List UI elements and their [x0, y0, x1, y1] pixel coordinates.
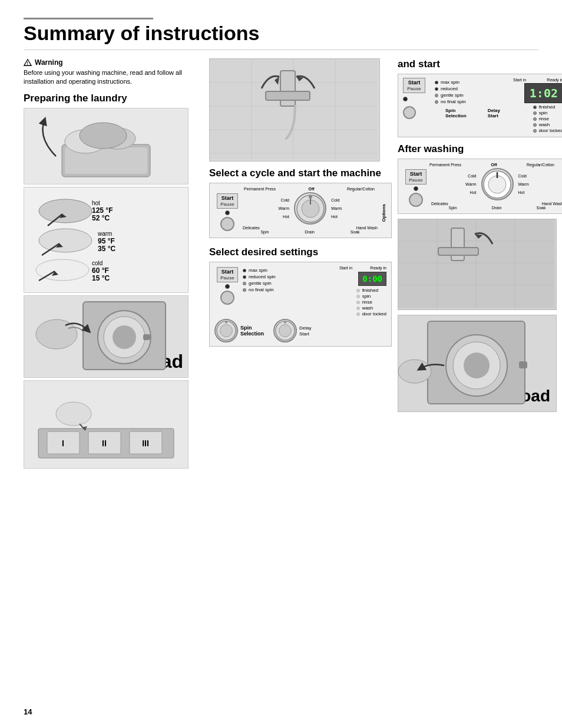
aw-panel-left: Start Pause — [403, 168, 429, 210]
as-display-area: Start in Ready in 1:02 finished spin rin… — [513, 78, 562, 133]
select-cycle-section: Select a cycle and start the machine Per… — [209, 167, 392, 238]
after-washing-title: After washing — [398, 143, 562, 155]
svg-point-7 — [39, 199, 92, 223]
svg-point-35 — [56, 402, 91, 426]
svg-point-12 — [39, 229, 92, 252]
aw-panel-right: ColdWarmHot Co — [431, 168, 562, 210]
spin-indicator-list: max spin reduced spin gentle spin — [243, 268, 337, 292]
svg-text:III: III — [142, 439, 149, 448]
spin-indicators: max spin reduced spin gentle spin — [243, 266, 337, 317]
start-pause-btn[interactable]: Start Pause — [217, 193, 238, 209]
aw-circle-btn[interactable] — [409, 193, 423, 207]
mid-column: turn on Select a cycle and start the mac… — [209, 58, 392, 469]
and-start-panel: Start Pause max spin reduced — [398, 74, 562, 137]
spin-panel-left: Start Pause — [214, 266, 240, 317]
aw-main-dial[interactable] — [481, 168, 514, 200]
panel-top-labels: Permanent Press Off Regular/Cotton — [214, 187, 386, 191]
page-title: Summary of instructions — [24, 22, 538, 50]
delay-start-label: Delay Start — [299, 325, 311, 337]
as-indicators: max spin reduced gentle spin no final sp… — [435, 78, 511, 133]
svg-rect-77 — [438, 248, 478, 255]
spin-item-no-final: no final spin — [243, 287, 337, 292]
delay-start-area: Delay Start — [273, 319, 311, 342]
left-column: ! Warning Before using your washing mach… — [24, 58, 203, 469]
preparing-title: Preparing the laundry — [24, 93, 203, 104]
spin-item-max: max spin — [243, 268, 337, 273]
spin-item-reduced: reduced spin — [243, 274, 337, 279]
load-image: load — [24, 295, 189, 378]
spin-label: Spin Selection — [240, 325, 264, 337]
spin-ready-list: finished spin rinse wash door locked — [356, 288, 386, 317]
svg-text:I: I — [62, 439, 64, 448]
spin-panel: Start Pause max spin — [209, 262, 392, 347]
main-layout: ! Warning Before using your washing mach… — [24, 58, 538, 469]
delay-dial[interactable] — [273, 319, 297, 342]
spin-display: 0:00 — [358, 272, 386, 286]
page-number: 14 — [24, 707, 32, 716]
select-settings-section: Select desired settings Start Pause — [209, 246, 392, 347]
small-circle-btn[interactable] — [220, 217, 234, 231]
cycle-panel: Permanent Press Off Regular/Cotton Start… — [209, 183, 392, 238]
svg-rect-83 — [519, 361, 527, 368]
as-left: Start Pause — [403, 78, 432, 133]
svg-text:60 °F: 60 °F — [92, 266, 109, 275]
spin-start-btn[interactable]: Start Pause — [217, 267, 238, 282]
svg-text:52 °C: 52 °C — [92, 214, 110, 222]
warning-box: ! Warning Before using your washing mach… — [24, 58, 203, 87]
spin-dial[interactable] — [214, 319, 238, 342]
close-image: close — [398, 219, 557, 310]
svg-point-65 — [284, 321, 286, 324]
options-label: Options — [381, 204, 386, 222]
aw-dot — [414, 186, 418, 191]
svg-text:hot: hot — [92, 200, 100, 206]
spin-item-gentle: gentle spin — [243, 281, 337, 286]
warning-title: ! Warning — [24, 58, 203, 67]
right-column: and start Start Pause — [398, 58, 562, 469]
svg-point-62 — [225, 321, 227, 324]
svg-rect-69 — [398, 219, 554, 308]
select-settings-title: Select desired settings — [209, 246, 392, 258]
temperature-guide: hot 125 °F 52 °C warm 95 °F 35 °C — [24, 187, 189, 293]
svg-text:15 °C: 15 °C — [92, 274, 110, 282]
svg-point-25 — [113, 325, 136, 349]
as-circle-btn[interactable] — [403, 106, 416, 119]
svg-point-6 — [80, 123, 127, 149]
warning-text: Before using your washing machine, read … — [24, 68, 203, 87]
panel-row: Start Pause ColdWarmHot — [214, 192, 386, 234]
as-dot — [403, 97, 408, 101]
as-display: 1:02 — [524, 83, 562, 103]
panel-right: ColdWarmHot — [243, 192, 378, 234]
top-rule — [24, 18, 153, 19]
svg-text:95 °F: 95 °F — [98, 237, 115, 245]
spin-circle-btn[interactable] — [220, 291, 234, 305]
warning-icon: ! — [24, 58, 32, 67]
as-start-btn[interactable]: Start Pause — [403, 78, 425, 93]
aw-start-btn[interactable]: Start Pause — [405, 169, 427, 185]
and-start-inner: Start Pause max spin reduced — [403, 78, 562, 133]
svg-rect-26 — [143, 334, 150, 340]
and-start-title: and start — [398, 58, 562, 70]
warning-label: Warning — [35, 58, 63, 67]
spin-display-area: Start in Ready in 0:00 finished spin rin… — [339, 266, 386, 317]
unload-image: unload — [398, 315, 557, 412]
svg-text:!: ! — [27, 61, 28, 65]
panel-left: Start Pause — [214, 192, 240, 234]
spin-bottom: Spin Selection — [214, 319, 386, 342]
svg-point-64 — [279, 325, 292, 337]
spin-dial-area: Spin Selection — [214, 319, 264, 342]
spin-panel-row: Start Pause max spin — [214, 266, 386, 317]
svg-point-67 — [488, 176, 506, 193]
turn-on-image: turn on — [209, 58, 380, 162]
dot-1 — [225, 210, 230, 215]
select-cycle-title: Select a cycle and start the machine — [209, 167, 392, 179]
detergent-image: I II III — [24, 380, 189, 469]
spin-dot — [225, 284, 230, 289]
svg-text:II: II — [102, 439, 107, 448]
svg-text:125 °F: 125 °F — [92, 206, 113, 215]
main-dial[interactable] — [294, 192, 326, 225]
svg-text:35 °C: 35 °C — [98, 245, 115, 253]
svg-point-61 — [220, 325, 233, 337]
svg-rect-52 — [266, 91, 310, 100]
svg-point-82 — [464, 353, 490, 378]
svg-point-84 — [398, 360, 431, 383]
